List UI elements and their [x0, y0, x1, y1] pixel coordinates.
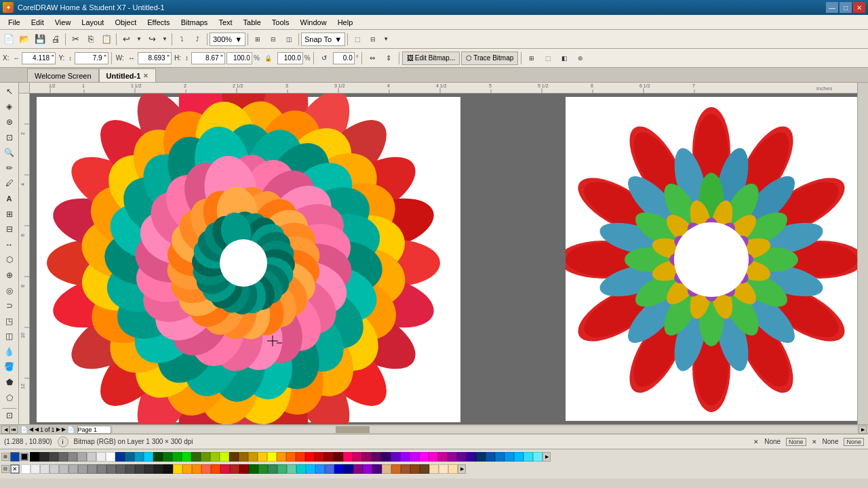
- zoom-dropdown[interactable]: 300% ▼: [210, 33, 245, 46]
- color-swatch[interactable]: [97, 464, 106, 474]
- contour-tool[interactable]: ◎: [2, 283, 17, 298]
- zoom-page[interactable]: ⊟: [266, 32, 281, 47]
- color-swatch[interactable]: [524, 452, 533, 462]
- pick-tool[interactable]: ↖: [2, 84, 17, 99]
- color-swatch[interactable]: [457, 452, 467, 462]
- prev-page-button[interactable]: ◀: [29, 426, 33, 432]
- color-swatch[interactable]: [248, 452, 258, 462]
- color-swatch[interactable]: [514, 452, 524, 462]
- color-swatch[interactable]: [296, 452, 305, 462]
- menu-layout[interactable]: Layout: [76, 17, 109, 28]
- color-swatch[interactable]: [372, 464, 382, 474]
- maximize-button[interactable]: □: [840, 2, 852, 13]
- undo-button[interactable]: ↩: [119, 32, 134, 47]
- color-swatch[interactable]: [362, 452, 372, 462]
- copy-button[interactable]: ⎘: [83, 32, 98, 47]
- color-swatch[interactable]: [382, 464, 391, 474]
- color-swatch[interactable]: [30, 452, 39, 462]
- color-swatch[interactable]: [420, 464, 429, 474]
- menu-tools[interactable]: Tools: [267, 17, 295, 28]
- color-swatch[interactable]: [40, 464, 50, 474]
- paste-button[interactable]: 📋: [99, 32, 114, 47]
- color-swatch[interactable]: [21, 464, 31, 474]
- angle-input[interactable]: [333, 52, 355, 64]
- scale-w-input[interactable]: [226, 52, 252, 64]
- color-swatch[interactable]: [201, 464, 211, 474]
- color-swatch[interactable]: [192, 464, 201, 474]
- color-swatch[interactable]: [315, 452, 324, 462]
- color-swatch[interactable]: [401, 464, 410, 474]
- undo-dropdown[interactable]: ▼: [134, 32, 144, 47]
- redo-dropdown[interactable]: ▼: [160, 32, 170, 47]
- color-swatch[interactable]: [135, 464, 144, 474]
- color-swatch[interactable]: [68, 452, 77, 462]
- color-swatch[interactable]: [400, 452, 410, 462]
- zoom-tool[interactable]: 🔍: [2, 145, 17, 160]
- color-swatch[interactable]: [296, 464, 306, 474]
- h-input[interactable]: [191, 52, 225, 64]
- color-swatch[interactable]: [106, 464, 116, 474]
- menu-edit[interactable]: Edit: [26, 17, 50, 28]
- new-button[interactable]: 📄: [1, 32, 16, 47]
- color-swatch[interactable]: [391, 464, 401, 474]
- color-swatch[interactable]: [277, 452, 286, 462]
- color-swatch[interactable]: [220, 452, 229, 462]
- tab-close-button[interactable]: ✕: [143, 73, 149, 79]
- view-options1[interactable]: ⬚: [350, 32, 365, 47]
- bitmap-option3[interactable]: ◧: [557, 51, 572, 66]
- color-swatch[interactable]: [467, 452, 476, 462]
- scroll-right-button[interactable]: ▶: [859, 426, 867, 434]
- lock-ratio-button[interactable]: 🔒: [261, 51, 276, 66]
- scroll-left-button[interactable]: ◀: [1, 426, 9, 434]
- color-swatch[interactable]: [305, 452, 315, 462]
- color-swatch[interactable]: [239, 464, 249, 474]
- color-swatch[interactable]: [172, 452, 182, 462]
- color-swatch[interactable]: [153, 452, 163, 462]
- bitmap-option4[interactable]: ⊚: [573, 51, 588, 66]
- color-swatch[interactable]: [87, 452, 96, 462]
- rotate-ccw-button[interactable]: ↺: [317, 51, 332, 66]
- color-swatch[interactable]: [173, 464, 182, 474]
- color-swatch[interactable]: [182, 452, 191, 462]
- x-input[interactable]: [22, 52, 56, 64]
- color-swatch[interactable]: [125, 452, 134, 462]
- menu-table[interactable]: Table: [238, 17, 267, 28]
- color-swatch[interactable]: [287, 464, 296, 474]
- zoom-to-fit[interactable]: ⊞: [250, 32, 265, 47]
- shadow-tool[interactable]: ◳: [2, 314, 17, 329]
- close-button[interactable]: ✕: [853, 2, 865, 13]
- import-button[interactable]: ⤵: [174, 32, 189, 47]
- info-icon-button[interactable]: i: [58, 436, 68, 447]
- color-swatch[interactable]: [343, 452, 353, 462]
- trace-bitmap-button[interactable]: ⬡ Trace Bitmap: [461, 52, 518, 65]
- color-swatch[interactable]: [31, 464, 40, 474]
- color-swatch[interactable]: [391, 452, 400, 462]
- print-button[interactable]: 🖨: [48, 32, 63, 47]
- cut-button[interactable]: ✂: [68, 32, 83, 47]
- mirror-v-button[interactable]: ⇕: [381, 51, 396, 66]
- w-input[interactable]: [138, 52, 172, 64]
- color-swatch[interactable]: [363, 464, 372, 474]
- prev-page2-button[interactable]: ◀: [35, 426, 39, 432]
- color-swatch[interactable]: [144, 452, 153, 462]
- mirror-h-button[interactable]: ⇔: [365, 51, 380, 66]
- table-tool[interactable]: ⊞: [2, 207, 17, 222]
- color-swatch[interactable]: [211, 464, 220, 474]
- color-swatch[interactable]: [353, 464, 363, 474]
- color-swatch[interactable]: [58, 452, 68, 462]
- color-swatch[interactable]: [429, 464, 439, 474]
- color-swatch[interactable]: [210, 452, 220, 462]
- color-swatch[interactable]: [448, 452, 457, 462]
- scale-h-input[interactable]: [277, 52, 303, 64]
- color-swatch[interactable]: [230, 464, 239, 474]
- color-swatch[interactable]: [59, 464, 68, 474]
- color-swatch[interactable]: [334, 464, 344, 474]
- artpen-tool[interactable]: 🖊: [2, 176, 17, 191]
- color-swatch[interactable]: [419, 452, 429, 462]
- color-swatch[interactable]: [154, 464, 163, 474]
- outline-swatch[interactable]: [20, 453, 28, 461]
- redo-button[interactable]: ↪: [144, 32, 159, 47]
- color-swatch[interactable]: [267, 452, 277, 462]
- parallel-tool[interactable]: ⊟: [2, 222, 17, 237]
- color-swatch[interactable]: [258, 464, 268, 474]
